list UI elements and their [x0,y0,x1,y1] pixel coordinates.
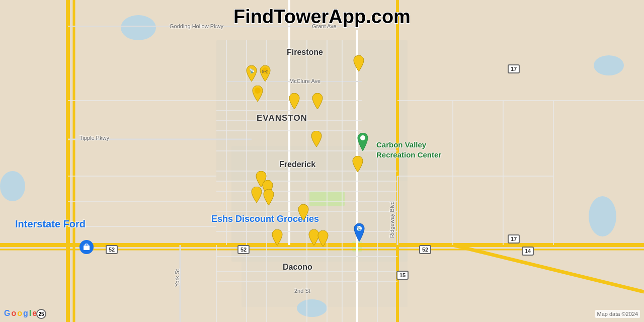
label-evanston: EVANSTON [257,113,307,123]
label-frederick: Frederick [279,160,315,169]
blue-location-pin[interactable]: 📡 [352,223,366,242]
tower-pin-13[interactable] [271,229,284,246]
site-title: FindTowerApp.com [233,6,411,28]
svg-point-55 [255,88,261,94]
svg-point-56 [360,135,365,140]
map-container: FindTowerApp.com Firestone McClure Ave E… [0,0,644,322]
google-logo: G o o g l e [4,309,37,318]
svg-text:((•)): ((•)) [262,69,269,73]
tower-pin-5[interactable] [311,93,324,109]
route-shield-17-ne: 17 [508,64,520,73]
green-location-pin[interactable] [356,133,370,151]
google-g: G [4,309,10,318]
svg-rect-59 [84,246,90,250]
tower-pin-11[interactable] [262,189,275,205]
route-shield-17-se: 17 [508,234,520,244]
label-ridgeway: Ridgeway Blvd [389,201,395,238]
route-shield-14: 14 [522,247,534,256]
label-firestone: Firestone [287,48,323,57]
tower-pin-6[interactable] [310,131,323,147]
route-shield-52-e: 52 [419,245,431,254]
label-dacono: Dacono [283,263,312,272]
tower-pin-3[interactable] [251,86,264,102]
svg-text:📡: 📡 [357,226,362,231]
route-shield-15: 15 [396,271,409,280]
google-o2: o [17,309,22,318]
tower-pin-15[interactable] [316,230,330,247]
tower-pin-2[interactable]: ((•)) [259,65,272,82]
label-godding: Godding Hollow Pkwy [170,23,223,29]
tower-pin-4[interactable] [288,93,301,109]
tower-pin-10[interactable] [250,187,263,203]
label-carbon-valley: Carbon ValleyRecreation Center [376,140,441,159]
label-york: York St [174,269,180,287]
tower-pin-7[interactable] [352,55,365,71]
label-mcclure: McClure Ave [289,78,320,84]
google-g2: g [23,309,28,318]
map-attribution: Map data ©2024 [595,310,640,318]
scale-badge: 25 [36,309,46,319]
google-l: l [29,309,31,318]
tower-pin-12[interactable] [297,204,310,220]
label-2nd-st: 2nd St [294,288,310,294]
route-shield-52-w: 52 [106,245,118,254]
tower-pin-1[interactable]: 📡 [245,65,258,82]
route-shield-52-mid: 52 [237,245,250,254]
svg-text:📡: 📡 [249,68,255,74]
label-interstate-ford[interactable]: Interstate Ford [15,218,86,230]
svg-line-4 [453,245,644,292]
label-tipple: Tipple Pkwy [79,135,109,141]
shopping-marker[interactable] [79,240,94,254]
google-o1: o [11,309,16,318]
tower-pin-16[interactable] [351,156,364,172]
